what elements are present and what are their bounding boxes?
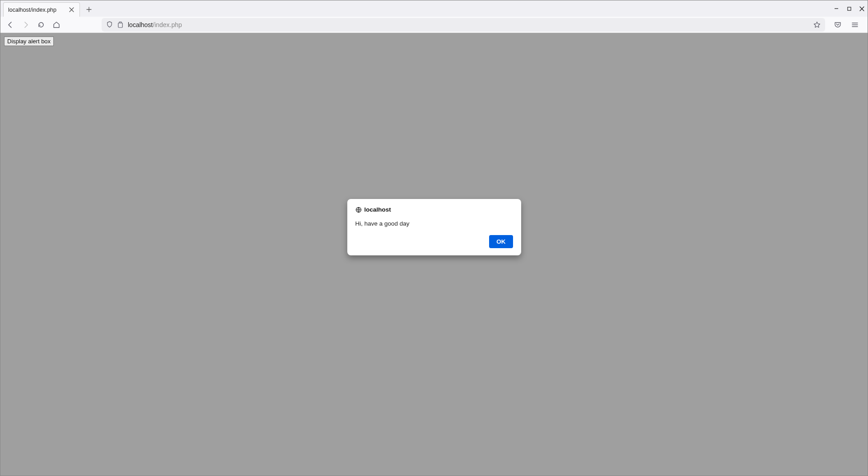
close-tab-button[interactable] — [68, 6, 75, 14]
home-button[interactable] — [50, 18, 63, 31]
reload-icon — [37, 21, 45, 28]
alert-actions: OK — [355, 235, 513, 248]
tab-strip: localhost/index.php — [0, 0, 868, 17]
forward-button[interactable] — [19, 18, 32, 31]
alert-header: localhost — [355, 206, 513, 213]
back-arrow-icon — [7, 21, 14, 28]
alert-origin: localhost — [364, 206, 391, 213]
close-window-button[interactable] — [859, 5, 865, 12]
minimize-window-button[interactable] — [833, 5, 840, 12]
close-icon — [69, 7, 74, 12]
alert-ok-button[interactable]: OK — [489, 235, 513, 248]
app-menu-button[interactable] — [849, 18, 861, 31]
toolbar-right — [831, 18, 864, 31]
shield-icon[interactable] — [106, 21, 113, 28]
url-path: /index.php — [153, 21, 182, 28]
close-icon — [859, 6, 864, 11]
reload-button[interactable] — [35, 18, 47, 31]
maximize-window-button[interactable] — [846, 5, 852, 12]
bookmark-button[interactable] — [813, 21, 821, 28]
alert-message: Hi, have a good day — [355, 220, 513, 227]
maximize-icon — [847, 7, 851, 11]
hamburger-icon — [851, 21, 859, 28]
url-host: localhost — [128, 21, 153, 28]
globe-icon — [355, 207, 362, 213]
home-icon — [53, 21, 60, 28]
back-button[interactable] — [4, 18, 17, 31]
url-text: localhost/index.php — [128, 21, 809, 28]
star-icon — [813, 21, 821, 28]
tab-title: localhost/index.php — [8, 7, 68, 13]
plus-icon — [86, 7, 92, 12]
pocket-icon — [834, 21, 841, 28]
modal-overlay: localhost Hi, have a good day OK — [0, 33, 868, 476]
address-bar[interactable]: localhost/index.php — [102, 18, 825, 32]
javascript-alert-dialog: localhost Hi, have a good day OK — [347, 199, 521, 255]
svg-rect-0 — [847, 7, 850, 10]
browser-tab[interactable]: localhost/index.php — [3, 2, 80, 17]
window-controls — [833, 0, 865, 17]
svg-rect-1 — [118, 23, 122, 28]
minimize-icon — [834, 6, 839, 11]
navigation-toolbar: localhost/index.php — [0, 17, 868, 33]
forward-arrow-icon — [22, 21, 29, 28]
lock-icon[interactable] — [117, 21, 123, 28]
new-tab-button[interactable] — [83, 3, 95, 16]
pocket-button[interactable] — [831, 18, 844, 31]
page-content: Display alert box localhost Hi, have a g… — [0, 33, 868, 476]
